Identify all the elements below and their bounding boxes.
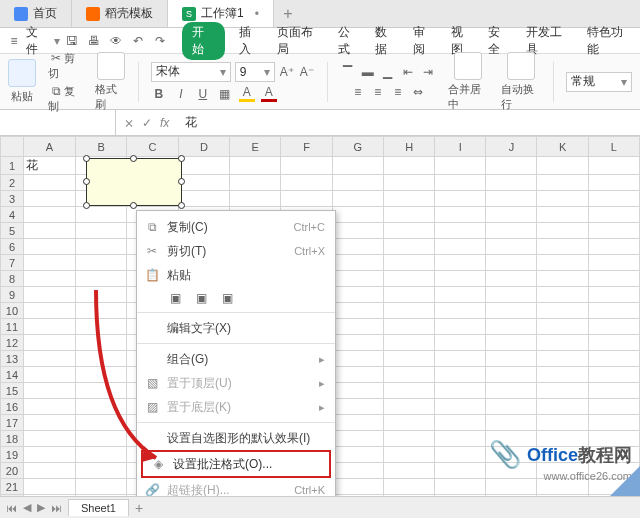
col-header[interactable]: K [537,137,588,157]
cell[interactable] [588,319,639,335]
increase-font-icon[interactable]: A⁺ [279,64,295,80]
cell[interactable] [384,399,435,415]
cell[interactable] [332,255,383,271]
cell[interactable] [23,207,75,223]
cell[interactable] [537,319,588,335]
cell[interactable] [332,319,383,335]
cell[interactable] [435,175,486,191]
ribbon-tab-insert[interactable]: 插入 [239,24,263,58]
cell[interactable] [332,303,383,319]
cell[interactable] [486,399,537,415]
col-header[interactable]: H [384,137,435,157]
resize-handle[interactable] [83,155,90,162]
cell[interactable] [332,157,383,175]
fill-color-icon[interactable]: A [239,86,255,102]
cell[interactable] [435,223,486,239]
paste-option-2-icon[interactable]: ▣ [193,290,209,306]
cell[interactable] [23,287,75,303]
cell[interactable] [486,175,537,191]
cell[interactable] [23,463,75,479]
cell[interactable] [588,399,639,415]
cell[interactable] [332,431,383,447]
row-header[interactable]: 9 [1,287,24,303]
cell[interactable] [23,399,75,415]
cell[interactable] [588,335,639,351]
cell[interactable] [76,287,127,303]
cell[interactable] [486,223,537,239]
cell[interactable] [537,207,588,223]
cell[interactable] [178,175,229,191]
cell[interactable] [76,239,127,255]
select-all-corner[interactable] [1,137,24,157]
cell[interactable] [435,447,486,463]
cell[interactable] [435,271,486,287]
col-header[interactable]: G [332,137,383,157]
fx-accept-icon[interactable]: ✓ [142,116,152,130]
tab-template[interactable]: 稻壳模板 [72,0,168,27]
cell[interactable] [537,255,588,271]
row-header[interactable]: 13 [1,351,24,367]
preview-icon[interactable]: 👁 [108,34,124,48]
cell[interactable] [537,367,588,383]
cell[interactable] [178,191,229,207]
cell[interactable] [384,415,435,431]
cell[interactable] [23,319,75,335]
cell[interactable] [23,303,75,319]
app-menu-icon[interactable]: ≡ [6,33,22,49]
col-header[interactable]: I [435,137,486,157]
cell[interactable] [76,303,127,319]
row-header[interactable]: 14 [1,367,24,383]
cell[interactable] [588,175,639,191]
cell[interactable] [281,191,332,207]
cell[interactable] [76,207,127,223]
cell[interactable] [384,271,435,287]
cell[interactable] [384,157,435,175]
align-right-icon[interactable]: ≡ [390,84,406,100]
cell[interactable] [384,463,435,479]
cell[interactable] [281,175,332,191]
cell[interactable] [384,447,435,463]
row-header[interactable]: 10 [1,303,24,319]
cell[interactable] [486,335,537,351]
file-menu[interactable]: 文件 [26,24,50,58]
print-icon[interactable]: 🖶 [86,34,102,48]
formula-input[interactable]: 花 [177,114,640,131]
font-color-icon[interactable]: A [261,86,277,102]
cell[interactable] [588,239,639,255]
cell[interactable] [588,223,639,239]
row-header[interactable]: 21 [1,479,24,495]
cell[interactable] [76,463,127,479]
cell[interactable] [537,271,588,287]
cell[interactable] [435,191,486,207]
cell[interactable] [23,191,75,207]
cell[interactable] [537,223,588,239]
indent-dec-icon[interactable]: ⇤ [400,64,416,80]
cell[interactable] [435,207,486,223]
cell[interactable] [384,319,435,335]
row-header[interactable]: 16 [1,399,24,415]
row-header[interactable]: 12 [1,335,24,351]
cell[interactable] [486,479,537,495]
cell[interactable] [384,303,435,319]
row-header[interactable]: 1 [1,157,24,175]
cell[interactable] [588,271,639,287]
merge-button[interactable] [454,52,482,80]
cell[interactable] [332,479,383,495]
row-header[interactable]: 7 [1,255,24,271]
ctx-hyperlink[interactable]: 🔗超链接(H)...Ctrl+K [137,478,335,496]
cell[interactable] [384,255,435,271]
cell[interactable] [384,207,435,223]
row-header[interactable]: 8 [1,271,24,287]
cell[interactable] [384,175,435,191]
cell[interactable] [486,303,537,319]
undo-icon[interactable]: ↶ [130,34,146,48]
align-center-icon[interactable]: ≡ [370,84,386,100]
cell[interactable] [76,415,127,431]
sheet-nav-prev-icon[interactable]: ◀ [23,501,31,514]
cell[interactable] [332,447,383,463]
cell[interactable] [486,351,537,367]
format-painter-button[interactable] [97,52,125,80]
cell[interactable] [23,351,75,367]
cell[interactable] [435,255,486,271]
cell[interactable] [230,157,281,175]
